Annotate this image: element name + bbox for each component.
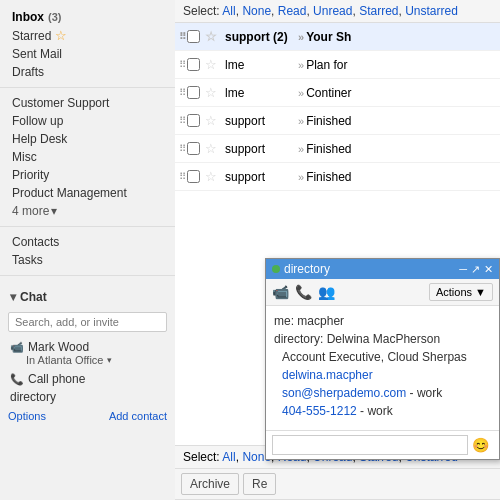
row-checkbox[interactable] (187, 86, 205, 99)
star-toggle[interactable]: ☆ (205, 29, 221, 44)
select-all-bottom[interactable]: All (222, 450, 235, 464)
table-row[interactable]: ⠿ ☆ support (2) » Your Sh (175, 23, 500, 51)
sidebar-tasks[interactable]: Tasks (0, 251, 175, 269)
add-people-icon[interactable]: 👥 (318, 284, 335, 300)
popup-title-left: directory (272, 262, 330, 276)
sender-name: support (221, 170, 296, 184)
actions-dropdown-icon: ▼ (475, 286, 486, 298)
me-label: me: (274, 314, 294, 328)
star-toggle[interactable]: ☆ (205, 141, 221, 156)
table-row[interactable]: ⠿ ☆ support » Finished (175, 107, 500, 135)
inbox-count: (3) (48, 11, 61, 23)
chat-header[interactable]: ▾ Chat (0, 286, 175, 308)
row-checkbox[interactable] (187, 30, 205, 43)
popup-expand-icon[interactable]: ↗ (471, 263, 480, 276)
action-bar: Archive Re (175, 469, 500, 500)
sender-name: lme (221, 58, 296, 72)
popup-minimize-icon[interactable]: ─ (459, 263, 467, 275)
sidebar-divider3 (0, 275, 175, 276)
email-type: - work (410, 386, 443, 400)
video-camera-icon: 📹 (10, 341, 24, 354)
sidebar-contacts[interactable]: Contacts (0, 233, 175, 251)
options-link[interactable]: Options (8, 410, 46, 422)
row-checkbox[interactable] (187, 58, 205, 71)
actions-button[interactable]: Actions ▼ (429, 283, 493, 301)
arrow-icon: » (296, 87, 306, 99)
email-link[interactable]: delwina.macpher (282, 368, 373, 382)
directory-item[interactable]: directory (0, 388, 175, 406)
sidebar-sent[interactable]: Sent Mail (0, 45, 175, 63)
select-starred[interactable]: Starred (359, 4, 398, 18)
email-subject: Finished (306, 114, 496, 128)
email-subject: Continer (306, 86, 496, 100)
product-management-label: Product Management (12, 186, 127, 200)
sidebar-follow-up[interactable]: Follow up (0, 112, 175, 130)
star-toggle[interactable]: ☆ (205, 57, 221, 72)
contact-location: In Atlanta Office (26, 354, 103, 366)
select-unread[interactable]: Unread (313, 4, 352, 18)
sidebar-more[interactable]: 4 more ▾ (0, 202, 175, 220)
drag-handle: ⠿ (179, 143, 187, 154)
table-row[interactable]: ⠿ ☆ lme » Continer (175, 79, 500, 107)
popup-title: directory (284, 262, 330, 276)
sidebar-product-management[interactable]: Product Management (0, 184, 175, 202)
tasks-label: Tasks (12, 253, 43, 267)
directory-popup: directory ─ ↗ ✕ 📹 📞 👥 Actions ▼ (265, 258, 500, 460)
phone-link[interactable]: 404-555-1212 (282, 404, 360, 418)
sender-name: support (2) (221, 30, 296, 44)
sidebar-inbox[interactable]: Inbox (3) (0, 8, 175, 26)
star-toggle[interactable]: ☆ (205, 85, 221, 100)
call-phone-item[interactable]: 📞 Call phone (0, 370, 175, 388)
contact-status-dropdown-icon[interactable]: ▾ (107, 355, 112, 365)
directory-name: Delwina MacPherson (327, 332, 440, 346)
drafts-label: Drafts (12, 65, 44, 79)
row-checkbox[interactable] (187, 114, 205, 127)
sidebar-misc[interactable]: Misc (0, 148, 175, 166)
archive-button[interactable]: Archive (181, 473, 239, 495)
me-value: macpher (297, 314, 344, 328)
table-row[interactable]: ⠿ ☆ support » Finished (175, 163, 500, 191)
select-none[interactable]: None (242, 4, 271, 18)
phone-call-icon[interactable]: 📞 (295, 284, 312, 300)
popup-title-right: ─ ↗ ✕ (459, 263, 493, 276)
contacts-label: Contacts (12, 235, 59, 249)
starred-label: Starred (12, 29, 51, 43)
email-link-text: delwina.macpher (282, 368, 373, 382)
popup-actions: Actions ▼ (429, 283, 493, 301)
drag-handle: ⠿ (179, 171, 187, 182)
select-unstarred[interactable]: Unstarred (405, 4, 458, 18)
chat-search-input[interactable] (8, 312, 167, 332)
chat-label: Chat (20, 290, 47, 304)
sidebar-starred[interactable]: Starred ☆ (0, 26, 175, 45)
add-contact-link[interactable]: Add contact (109, 410, 167, 422)
select-label: Select: (183, 4, 220, 18)
sidebar: Inbox (3) Starred ☆ Sent Mail Drafts Cus… (0, 0, 175, 500)
table-row[interactable]: ⠿ ☆ lme » Plan for (175, 51, 500, 79)
row-checkbox[interactable] (187, 170, 205, 183)
sidebar-drafts[interactable]: Drafts (0, 63, 175, 81)
popup-message-input[interactable] (272, 435, 468, 455)
select-read[interactable]: Read (278, 4, 307, 18)
chat-contact-mark-wood: 📹 Mark Wood In Atlanta Office ▾ (0, 336, 175, 370)
arrow-icon: » (296, 143, 306, 155)
help-desk-label: Help Desk (12, 132, 67, 146)
sidebar-divider2 (0, 226, 175, 227)
row-checkbox[interactable] (187, 142, 205, 155)
star-toggle[interactable]: ☆ (205, 169, 221, 184)
popup-close-icon[interactable]: ✕ (484, 263, 493, 276)
more-label: 4 more (12, 204, 49, 218)
email-domain-link[interactable]: son@sherpademo.com (282, 386, 410, 400)
video-call-icon[interactable]: 📹 (272, 284, 289, 300)
directory-field-label: directory: (274, 332, 323, 346)
popup-phone-field: 404-555-1212 - work (274, 404, 491, 418)
emoji-button[interactable]: 😊 (468, 435, 493, 455)
report-button[interactable]: Re (243, 473, 276, 495)
select-all[interactable]: All (222, 4, 235, 18)
sidebar-priority[interactable]: Priority (0, 166, 175, 184)
sender-name: lme (221, 86, 296, 100)
star-toggle[interactable]: ☆ (205, 113, 221, 128)
table-row[interactable]: ⠿ ☆ support » Finished (175, 135, 500, 163)
phone-type: - work (360, 404, 393, 418)
sidebar-customer-support[interactable]: Customer Support (0, 94, 175, 112)
sidebar-help-desk[interactable]: Help Desk (0, 130, 175, 148)
